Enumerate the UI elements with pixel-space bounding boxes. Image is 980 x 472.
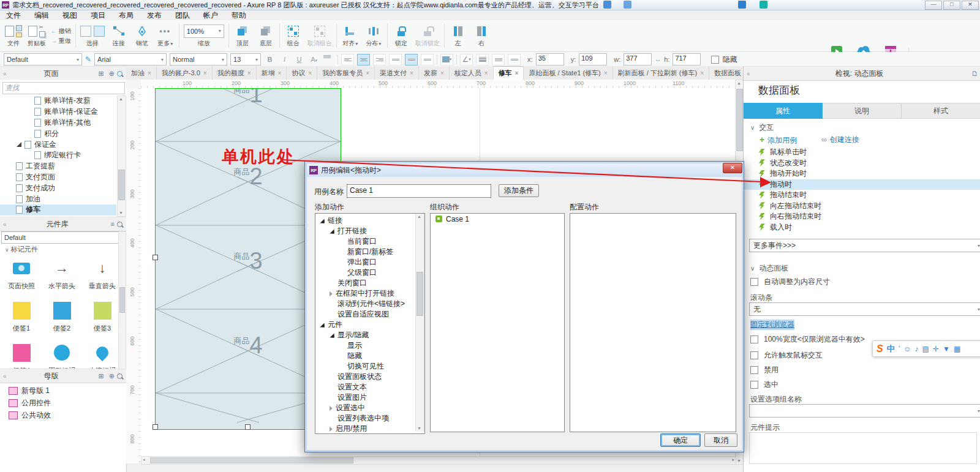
notes-doc-icon[interactable]: 🗋	[971, 70, 978, 77]
create-link-link[interactable]: ∞创建连接	[821, 135, 859, 146]
add-condition-button[interactable]: 添加条件	[499, 184, 539, 197]
file-tools[interactable]: 文件	[4, 24, 23, 48]
ime-tool-icon[interactable]: ✛	[933, 345, 939, 353]
widget-snapshot[interactable]: 页面快照	[1, 255, 42, 291]
action-item[interactable]: 关闭窗口	[315, 278, 424, 288]
menu-account[interactable]: 帐户	[203, 10, 218, 21]
canvas-hscrollbar[interactable]: ◂ ▸	[141, 456, 736, 465]
font-family-select[interactable]: Arial▾	[94, 53, 167, 66]
panel-section-header[interactable]: ∨动态面板	[750, 263, 788, 274]
close-tab-icon[interactable]: ×	[440, 70, 444, 77]
tab-staff[interactable]: 核定人员×	[450, 66, 494, 80]
line-color-button[interactable]: ∠▾	[460, 54, 473, 66]
tab-account[interactable]: 我的账户-3.0×	[157, 66, 213, 80]
disabled-checkbox[interactable]	[750, 366, 758, 374]
event-state-change[interactable]: 状态改变时	[744, 158, 980, 169]
case-name-input[interactable]: Case 1	[347, 184, 491, 198]
pen-tool[interactable]: 钢笔	[133, 24, 151, 48]
scroll-right-icon[interactable]: ▸	[732, 457, 734, 462]
menu-view[interactable]: 视图	[62, 10, 77, 21]
edit-style-icon[interactable]: ✎	[85, 55, 91, 64]
link-wh-icon[interactable]: ⇔	[655, 56, 661, 63]
y-input[interactable]: 109	[579, 53, 607, 66]
pages-search-input[interactable]: 查找	[2, 82, 125, 94]
action-item[interactable]: 启用/禁用	[315, 424, 424, 434]
height-input[interactable]: 717	[673, 53, 701, 66]
widget-section[interactable]: ∨ 标记元件	[5, 245, 38, 254]
distribute-menu[interactable]: 分布	[364, 24, 383, 48]
action-item[interactable]: 元件	[315, 320, 424, 330]
action-item[interactable]: 在框架中打开链接	[315, 288, 424, 299]
add-page-icon[interactable]: ⊞	[99, 372, 104, 380]
search-icon[interactable]	[117, 71, 123, 77]
action-item[interactable]: 设置文本	[315, 382, 424, 392]
action-item[interactable]: 显示	[315, 340, 424, 351]
close-tab-icon[interactable]: ×	[515, 70, 519, 77]
dialog-close-button[interactable]: ✕	[723, 163, 742, 173]
tooltip-input[interactable]	[749, 432, 977, 464]
pin-to-browser-link[interactable]: 固定到浏览器	[750, 320, 794, 330]
ime-smiley-icon[interactable]: ☺	[903, 345, 911, 353]
resize-handle[interactable]	[153, 255, 158, 260]
tab-original-panel[interactable]: 原始面板 / State1 (修车)×	[524, 66, 612, 80]
mouse-interaction-checkbox[interactable]	[750, 351, 758, 359]
close-tab-icon[interactable]: ×	[247, 70, 251, 77]
action-item[interactable]: 链接	[315, 215, 424, 226]
scroll-up-icon[interactable]: ▲	[118, 96, 124, 102]
case-item[interactable]: Case 1	[431, 214, 564, 224]
close-tab-icon[interactable]: ×	[484, 70, 488, 77]
action-item[interactable]: 滚动到元件<锚链接>	[315, 299, 424, 309]
master-item[interactable]: 新母版 1	[0, 384, 126, 397]
widget-note3[interactable]: 便签3	[82, 297, 123, 333]
group-button[interactable]: 组合	[284, 24, 303, 48]
event-drag-start[interactable]: 拖动开始时	[744, 168, 980, 179]
width-input[interactable]: 377	[624, 53, 652, 66]
close-tab-icon[interactable]: ×	[604, 70, 608, 77]
ime-logo-icon[interactable]: S	[876, 343, 883, 354]
widget-v-arrow[interactable]: ↓垂直箭头	[82, 255, 123, 291]
bold-button[interactable]: B	[264, 54, 276, 66]
page-item[interactable]: 支付成功	[0, 182, 116, 193]
close-button[interactable]: ✕	[962, 1, 979, 10]
actions-tree[interactable]: 链接 打开链接 当前窗口 新窗口/新标签 弹出窗口 父级窗口 关闭窗口 在框架中…	[315, 213, 425, 434]
align-right-edge[interactable]: 右	[472, 24, 491, 48]
page-item[interactable]: 账单详情-其他	[0, 118, 116, 129]
widgets-scrollbar[interactable]	[118, 231, 126, 370]
font-size-select[interactable]: 13▾	[230, 53, 261, 66]
minimize-button[interactable]: —	[925, 1, 942, 10]
line-width-button[interactable]	[476, 54, 489, 66]
align-menu[interactable]: 对齐	[341, 24, 360, 48]
event-drag-end[interactable]: 拖动结束时	[744, 190, 980, 201]
unlock-button[interactable]: 取消锁定	[415, 24, 440, 48]
event-swipe-left[interactable]: 向左拖动结束时	[744, 201, 980, 212]
scroll-left-icon[interactable]: ◂	[143, 457, 145, 462]
tray-icon[interactable]	[760, 1, 767, 9]
x-input[interactable]: 35	[536, 53, 564, 66]
tab-limit[interactable]: 我的额度×	[213, 66, 257, 80]
line-style-button[interactable]	[492, 54, 505, 66]
tab-properties[interactable]: 属性	[744, 103, 823, 119]
tab-repair-active[interactable]: 修车×	[494, 66, 524, 80]
align-bottom-button[interactable]	[421, 54, 434, 66]
align-right-button[interactable]	[373, 54, 386, 66]
expander-open-icon[interactable]	[17, 142, 21, 147]
align-center-button[interactable]	[357, 54, 370, 66]
action-item[interactable]: 设置面板状态	[315, 372, 424, 382]
align-middle-button[interactable]	[405, 54, 418, 66]
autofit-row[interactable]: 自动调整为内容尺寸	[750, 277, 830, 287]
send-to-back[interactable]: 底层	[257, 24, 275, 48]
tab-service[interactable]: 我的客服专员×	[317, 66, 375, 80]
tray-icon[interactable]	[624, 1, 631, 9]
event-mouse-click[interactable]: 鼠标单击时	[744, 147, 980, 158]
close-tab-icon[interactable]: ×	[278, 70, 282, 77]
mouse-interaction-row[interactable]: 允许触发鼠标交互	[750, 350, 823, 361]
redo-button[interactable]: → 重做	[51, 37, 71, 45]
page-item[interactable]: 账单详情-保证金	[0, 107, 116, 118]
widget-note2[interactable]: 便签2	[42, 297, 82, 333]
tab-refresh-panel[interactable]: 刷新面板 / 下拉刷新 (修车)×	[613, 66, 709, 80]
master-item[interactable]: 公共动效	[0, 409, 126, 421]
undo-button[interactable]: ← 撤销	[51, 27, 71, 36]
hide-checkbox[interactable]	[711, 56, 719, 64]
action-item[interactable]: 新窗口/新标签	[315, 247, 424, 257]
tab-agreement[interactable]: 协议×	[287, 66, 317, 80]
